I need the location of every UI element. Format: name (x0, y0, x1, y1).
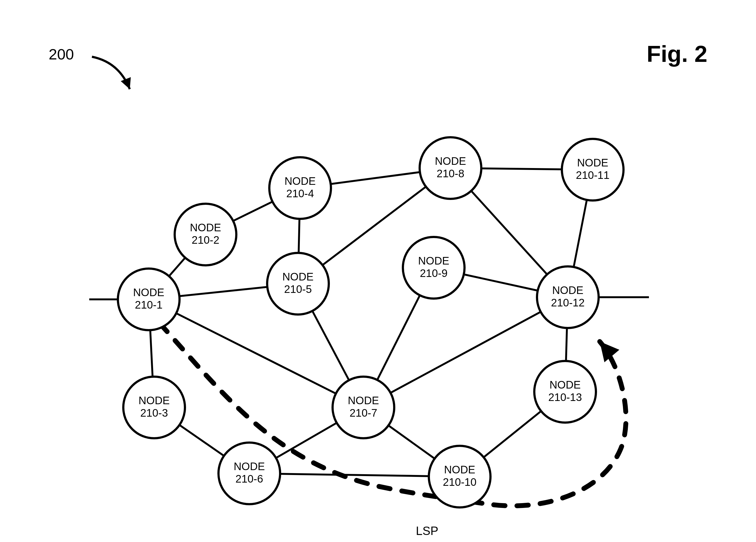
network-diagram: NODE210-1NODE210-2NODE210-3NODE210-4NODE… (0, 0, 756, 542)
node-210-13: NODE210-13 (534, 361, 596, 423)
edge-n7-n12 (390, 312, 541, 393)
edge-n1-n5 (179, 287, 267, 296)
node-label-top: NODE (234, 460, 265, 472)
edge-n6-n7 (276, 423, 337, 458)
edge-n8-n12 (471, 191, 547, 274)
node-210-2: NODE210-2 (175, 204, 236, 265)
node-210-12: NODE210-12 (537, 267, 599, 328)
node-210-5: NODE210-5 (267, 253, 329, 314)
node-label-id: 210-7 (350, 407, 377, 419)
node-label-top: NODE (549, 379, 581, 391)
node-210-3: NODE210-3 (123, 377, 185, 438)
node-label-top: NODE (133, 286, 164, 298)
node-label-id: 210-12 (551, 297, 585, 308)
node-label-top: NODE (444, 464, 475, 475)
edge-n10-n13 (484, 411, 541, 457)
node-label-top: NODE (138, 394, 170, 406)
node-label-top: NODE (284, 175, 316, 187)
edge-n9-n12 (464, 274, 538, 290)
edge-n1-n3 (150, 330, 153, 377)
node-label-id: 210-9 (420, 267, 447, 279)
node-label-id: 210-3 (140, 407, 168, 419)
node-label-id: 210-5 (284, 283, 312, 295)
reference-number: 200 (49, 45, 74, 63)
node-210-4: NODE210-4 (269, 157, 331, 219)
node-label-top: NODE (348, 394, 379, 406)
edge-n11-n12 (574, 200, 587, 267)
edge-n1-n7 (176, 313, 336, 393)
node-label-id: 210-1 (135, 299, 163, 311)
node-210-6: NODE210-6 (218, 443, 280, 504)
lsp-label: LSP (416, 524, 438, 538)
node-210-1: NODE210-1 (118, 269, 180, 330)
edge-n7-n10 (389, 425, 435, 459)
node-label-top: NODE (552, 284, 583, 296)
node-210-7: NODE210-7 (333, 377, 394, 438)
node-label-id: 210-11 (576, 169, 610, 181)
node-label-id: 210-6 (236, 473, 263, 485)
edge-n1-n2 (169, 258, 185, 276)
node-210-10: NODE210-10 (429, 446, 490, 507)
node-210-11: NODE210-11 (562, 139, 624, 201)
node-label-top: NODE (190, 222, 221, 234)
node-label-id: 210-4 (286, 188, 314, 200)
node-label-top: NODE (577, 157, 608, 169)
node-label-top: NODE (418, 255, 449, 267)
edge-n5-n7 (312, 311, 349, 380)
edge-n6-n10 (280, 474, 429, 476)
node-210-8: NODE210-8 (420, 137, 481, 199)
edge-n8-n11 (481, 168, 562, 169)
node-label-top: NODE (435, 155, 466, 167)
reference-arrow-layer (92, 57, 131, 89)
node-label-id: 210-2 (192, 234, 219, 246)
edge-n3-n6 (180, 425, 224, 456)
node-label-id: 210-8 (437, 168, 464, 180)
edge-n7-n9 (377, 295, 420, 380)
edge-n2-n4 (233, 202, 272, 221)
node-210-9: NODE210-9 (403, 237, 465, 298)
node-label-id: 210-13 (548, 391, 582, 403)
figure-title: Fig. 2 (646, 41, 707, 67)
node-label-top: NODE (282, 271, 314, 282)
edge-n4-n5 (299, 219, 300, 253)
edge-n4-n8 (331, 172, 420, 184)
node-label-id: 210-10 (443, 476, 477, 488)
edge-n12-n13 (566, 328, 567, 361)
reference-arrow (92, 57, 130, 89)
